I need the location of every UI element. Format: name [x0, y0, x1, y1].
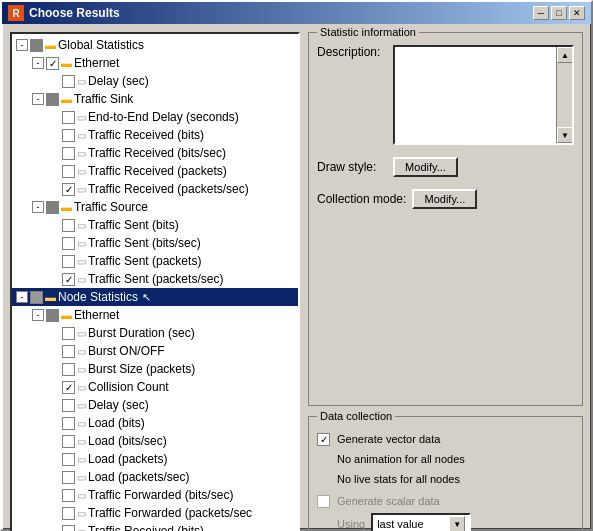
- folder-icon: ▬: [61, 309, 72, 321]
- tree-row[interactable]: - ▬ Ethernet: [12, 54, 298, 72]
- tree-row[interactable]: ▭ Load (bits/sec): [12, 432, 298, 450]
- expand-icon: [48, 219, 60, 231]
- expand-icon[interactable]: -: [16, 39, 28, 51]
- using-dropdown[interactable]: last value ▼: [371, 513, 471, 531]
- tree-row[interactable]: ▭ Traffic Forwarded (bits/sec): [12, 486, 298, 504]
- checkbox[interactable]: [62, 327, 75, 340]
- checkbox[interactable]: [46, 309, 59, 322]
- item-label: Ethernet: [74, 308, 119, 322]
- checkbox[interactable]: [30, 291, 43, 304]
- checkbox[interactable]: [62, 507, 75, 520]
- tree-row[interactable]: - ▬ Global Statistics: [12, 36, 298, 54]
- checkbox[interactable]: [62, 273, 75, 286]
- checkbox[interactable]: [62, 147, 75, 160]
- draw-style-row: Draw style: Modify...: [317, 157, 574, 177]
- item-label: Load (packets): [88, 452, 167, 466]
- expand-icon[interactable]: -: [32, 57, 44, 69]
- tree-row[interactable]: ▭ Load (bits): [12, 414, 298, 432]
- maximize-button[interactable]: □: [551, 6, 567, 20]
- checkbox[interactable]: [62, 489, 75, 502]
- expand-icon: [48, 417, 60, 429]
- item-label: Burst Size (packets): [88, 362, 195, 376]
- expand-icon[interactable]: -: [32, 309, 44, 321]
- tree-row[interactable]: ▭ Traffic Received (bits): [12, 126, 298, 144]
- titlebar-left: R Choose Results: [8, 5, 120, 21]
- checkbox[interactable]: [62, 255, 75, 268]
- tree-row[interactable]: ▭ Traffic Received (bits/sec): [12, 144, 298, 162]
- no-live-label: No live stats for all nodes: [337, 473, 460, 485]
- tree-row[interactable]: ▭ Load (packets): [12, 450, 298, 468]
- tree-row[interactable]: ▭ Burst ON/OFF: [12, 342, 298, 360]
- checkbox[interactable]: [46, 57, 59, 70]
- item-label: Traffic Sent (packets): [88, 254, 201, 268]
- close-button[interactable]: ✕: [569, 6, 585, 20]
- scroll-down-arrow[interactable]: ▼: [557, 127, 573, 143]
- tree-row[interactable]: ▭ Delay (sec): [12, 72, 298, 90]
- checkbox[interactable]: [62, 183, 75, 196]
- checkbox[interactable]: [46, 201, 59, 214]
- expand-icon: [48, 489, 60, 501]
- tree-row[interactable]: ▭ Traffic Received (packets): [12, 162, 298, 180]
- item-label: Burst Duration (sec): [88, 326, 195, 340]
- tree-row[interactable]: ▭ Burst Size (packets): [12, 360, 298, 378]
- gen-scalar-checkbox[interactable]: [317, 495, 330, 508]
- tree-row[interactable]: - ▬ Traffic Sink: [12, 90, 298, 108]
- expand-icon: [48, 345, 60, 357]
- tree-row[interactable]: ▭ Traffic Sent (packets/sec): [12, 270, 298, 288]
- checkbox[interactable]: [62, 471, 75, 484]
- checkbox[interactable]: [62, 399, 75, 412]
- tree-row[interactable]: ▭ Traffic Sent (bits/sec): [12, 234, 298, 252]
- file-icon: ▭: [77, 382, 86, 393]
- checkbox[interactable]: [62, 129, 75, 142]
- checkbox[interactable]: [30, 39, 43, 52]
- tree-row[interactable]: ▭ Delay (sec): [12, 396, 298, 414]
- data-collection-group: Data collection Generate vector data No …: [308, 416, 583, 531]
- checkbox[interactable]: [62, 165, 75, 178]
- checkbox[interactable]: [62, 453, 75, 466]
- checkbox[interactable]: [62, 381, 75, 394]
- tree-scroll[interactable]: - ▬ Global Statistics - ▬ Ethernet ▭: [12, 34, 298, 531]
- tree-row[interactable]: ▭ Traffic Forwarded (packets/sec: [12, 504, 298, 522]
- tree-row[interactable]: ▭ Burst Duration (sec): [12, 324, 298, 342]
- file-icon: ▭: [77, 472, 86, 483]
- file-icon: ▭: [77, 148, 86, 159]
- checkbox[interactable]: [62, 525, 75, 532]
- tree-row[interactable]: - ▬ Traffic Source: [12, 198, 298, 216]
- folder-icon: ▬: [61, 57, 72, 69]
- tree-panel: - ▬ Global Statistics - ▬ Ethernet ▭: [10, 32, 300, 531]
- collection-mode-modify-button[interactable]: Modify...: [412, 189, 477, 209]
- checkbox[interactable]: [62, 363, 75, 376]
- description-textarea[interactable]: ▲ ▼: [393, 45, 574, 145]
- scroll-up-arrow[interactable]: ▲: [557, 47, 573, 63]
- tree-row[interactable]: ▭ Collision Count: [12, 378, 298, 396]
- no-anim-row: No animation for all nodes: [317, 449, 574, 469]
- checkbox[interactable]: [62, 417, 75, 430]
- folder-icon: ▬: [45, 39, 56, 51]
- expand-icon: [48, 165, 60, 177]
- checkbox[interactable]: [62, 75, 75, 88]
- dropdown-arrow-icon[interactable]: ▼: [449, 516, 465, 531]
- expand-icon[interactable]: -: [16, 291, 28, 303]
- gen-vector-checkbox[interactable]: [317, 433, 330, 446]
- tree-row[interactable]: ▭ Load (packets/sec): [12, 468, 298, 486]
- minimize-button[interactable]: ─: [533, 6, 549, 20]
- checkbox[interactable]: [62, 237, 75, 250]
- tree-row[interactable]: ▭ Traffic Received (packets/sec): [12, 180, 298, 198]
- tree-row-selected[interactable]: - ▬ Node Statistics ↖: [12, 288, 298, 306]
- draw-style-modify-button[interactable]: Modify...: [393, 157, 458, 177]
- tree-row[interactable]: ▭ End-to-End Delay (seconds): [12, 108, 298, 126]
- checkbox[interactable]: [62, 219, 75, 232]
- expand-icon[interactable]: -: [32, 201, 44, 213]
- gen-scalar-row: Generate scalar data: [317, 491, 574, 511]
- checkbox[interactable]: [62, 111, 75, 124]
- expand-icon: [48, 399, 60, 411]
- tree-row[interactable]: - ▬ Ethernet: [12, 306, 298, 324]
- tree-row[interactable]: ▭ Traffic Sent (packets): [12, 252, 298, 270]
- tree-row[interactable]: ▭ Traffic Sent (bits): [12, 216, 298, 234]
- checkbox[interactable]: [62, 345, 75, 358]
- expand-icon[interactable]: -: [32, 93, 44, 105]
- item-label: Traffic Forwarded (packets/sec: [88, 506, 252, 520]
- tree-row[interactable]: ▭ Traffic Received (bits): [12, 522, 298, 531]
- checkbox[interactable]: [46, 93, 59, 106]
- checkbox[interactable]: [62, 435, 75, 448]
